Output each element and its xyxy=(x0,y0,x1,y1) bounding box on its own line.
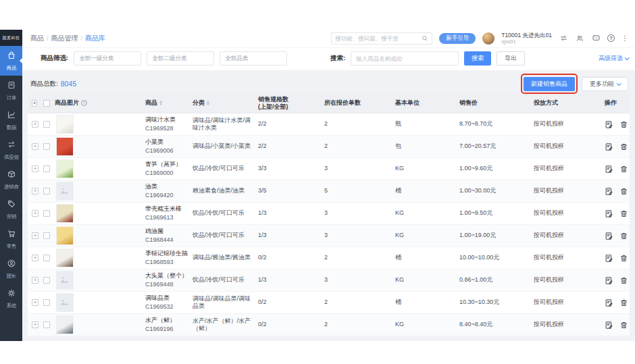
edit-record-icon[interactable] xyxy=(605,187,613,196)
row-checkbox[interactable] xyxy=(43,255,50,261)
delete-icon[interactable] xyxy=(619,276,628,285)
sort-icon[interactable] xyxy=(159,101,162,105)
product-cell[interactable]: 调味品类 C1969532 xyxy=(145,294,193,311)
product-thumbnail[interactable] xyxy=(56,271,74,290)
edit-record-icon[interactable] xyxy=(605,232,613,240)
product-cell[interactable]: 青笋（莴笋） C1969000 xyxy=(145,161,193,178)
expand-row-button[interactable]: + xyxy=(32,232,39,239)
edit-record-icon[interactable] xyxy=(605,120,613,129)
product-thumbnail[interactable] xyxy=(56,204,74,223)
breadcrumb-products[interactable]: 商品 xyxy=(30,34,44,43)
expand-row-button[interactable]: + xyxy=(32,165,39,172)
row-checkbox[interactable] xyxy=(43,143,50,150)
export-button[interactable]: 导出 xyxy=(497,51,525,66)
advanced-filter-toggle[interactable]: 高级筛选 xyxy=(599,54,628,63)
expand-all-button[interactable]: + xyxy=(32,100,37,107)
row-checkbox[interactable] xyxy=(43,321,50,328)
product-thumbnail[interactable] xyxy=(56,315,74,334)
product-thumbnail[interactable] xyxy=(56,226,74,245)
sidebar-item-marketing[interactable]: 营销 xyxy=(0,194,22,224)
breadcrumb-product-management[interactable]: 商品管理 xyxy=(51,34,78,43)
product-thumbnail[interactable] xyxy=(56,137,74,156)
help-icon[interactable]: ? xyxy=(607,34,615,42)
row-checkbox[interactable] xyxy=(43,299,50,306)
more-functions-button[interactable]: 更多功能 xyxy=(582,77,628,91)
expand-row-button[interactable]: + xyxy=(32,255,39,261)
header-category[interactable]: 分类 xyxy=(193,99,258,106)
product-cell[interactable]: 带壳糯玉米棒 C1969613 xyxy=(145,205,193,222)
global-search-input[interactable] xyxy=(335,35,419,42)
user-info[interactable]: T10001 先进先出01 xjxc01 xyxy=(501,32,552,45)
sort-icon[interactable] xyxy=(207,101,209,105)
edit-record-icon[interactable] xyxy=(605,298,613,307)
sidebar-item-data[interactable]: 数据 xyxy=(0,105,22,135)
row-checkbox[interactable] xyxy=(43,232,50,239)
message-icon[interactable] xyxy=(591,34,601,43)
sidebar-item-group-leader[interactable]: 团长 xyxy=(0,254,22,284)
row-checkbox[interactable] xyxy=(43,210,50,217)
delete-icon[interactable] xyxy=(619,209,628,218)
beginner-guide-button[interactable]: 新手引导 xyxy=(439,33,476,44)
delete-icon[interactable] xyxy=(619,298,628,307)
row-checkbox[interactable] xyxy=(43,277,50,284)
sidebar-item-retail[interactable]: 零售 xyxy=(0,224,22,254)
edit-record-icon[interactable] xyxy=(605,254,613,263)
product-thumbnail[interactable] xyxy=(56,182,74,201)
delete-icon[interactable] xyxy=(619,120,628,129)
edit-record-icon[interactable] xyxy=(605,209,613,218)
product-thumbnail[interactable] xyxy=(56,159,74,178)
expand-row-button[interactable]: + xyxy=(32,277,39,284)
product-thumbnail[interactable] xyxy=(56,293,74,312)
expand-row-button[interactable]: + xyxy=(32,143,39,150)
edit-record-icon[interactable] xyxy=(605,165,613,174)
sidebar-item-products[interactable]: 商品 xyxy=(0,46,22,76)
sidebar-item-system[interactable]: 系统 xyxy=(0,284,22,313)
delete-icon[interactable] xyxy=(619,232,628,240)
select-all-checkbox[interactable] xyxy=(43,100,50,107)
delete-icon[interactable] xyxy=(619,187,628,196)
spec-count: 0/2 xyxy=(258,298,324,306)
row-checkbox[interactable] xyxy=(43,165,50,172)
category-level2-select[interactable]: 全部二级分类 xyxy=(147,51,214,66)
product-cell[interactable]: 鸡油菌 C1968444 xyxy=(145,228,193,244)
new-product-button[interactable]: 新建销售商品 xyxy=(524,77,575,91)
edit-record-icon[interactable] xyxy=(605,321,613,330)
product-cell[interactable]: 水产（鲜） C1969196 xyxy=(145,317,193,334)
product-cell[interactable]: 油类 C1969420 xyxy=(145,183,193,200)
product-search-input[interactable] xyxy=(351,51,459,66)
product-thumbnail[interactable] xyxy=(56,249,74,267)
topbar: 商品 / 商品管理 / 商品库 新手引导 T10001 先进先出01 xjxc0… xyxy=(22,30,635,47)
category-type-select[interactable]: 全部品类 xyxy=(220,51,287,66)
sidebar-item-supply-chain[interactable]: 供应链 xyxy=(0,135,22,165)
expand-row-button[interactable]: + xyxy=(32,121,39,128)
category-level1-select[interactable]: 全部一级分类 xyxy=(74,51,141,66)
delete-icon[interactable] xyxy=(619,142,628,151)
switch-account-icon[interactable] xyxy=(559,34,568,43)
edit-record-icon[interactable] xyxy=(605,276,613,285)
search-button[interactable]: 搜索 xyxy=(464,51,491,66)
row-checkbox[interactable] xyxy=(43,121,50,128)
product-thumbnail[interactable] xyxy=(56,115,74,134)
expand-row-button[interactable]: + xyxy=(32,321,39,328)
delete-icon[interactable] xyxy=(619,254,628,263)
delete-icon[interactable] xyxy=(619,165,628,174)
product-cell[interactable]: 小菜类 C1969006 xyxy=(145,138,193,155)
edit-record-icon[interactable] xyxy=(605,142,613,151)
product-cell[interactable]: 大头菜（整个） C1969448 xyxy=(145,272,193,289)
product-cell[interactable]: 调味汁水类 C1969528 xyxy=(145,116,193,133)
info-icon[interactable]: ? xyxy=(81,100,87,106)
expand-row-button[interactable]: + xyxy=(32,299,39,306)
sidebar-item-orders[interactable]: 订单 xyxy=(0,76,22,105)
avatar[interactable] xyxy=(482,32,494,45)
product-cell[interactable]: 李锦记锦珍生抽 C1968593 xyxy=(145,250,193,267)
expand-row-button[interactable]: + xyxy=(32,188,39,194)
delete-icon[interactable] xyxy=(619,321,628,330)
sidebar-item-inventory[interactable]: 进销存 xyxy=(0,165,22,194)
expand-row-button[interactable]: + xyxy=(32,210,39,217)
breadcrumb-product-library[interactable]: 商品库 xyxy=(85,34,105,43)
more-options-icon[interactable]: ⋮ xyxy=(621,34,628,42)
row-checkbox[interactable] xyxy=(43,188,50,194)
contacts-icon[interactable] xyxy=(575,34,584,43)
base-unit: KG xyxy=(395,276,459,284)
header-product[interactable]: 商品 xyxy=(145,99,193,106)
